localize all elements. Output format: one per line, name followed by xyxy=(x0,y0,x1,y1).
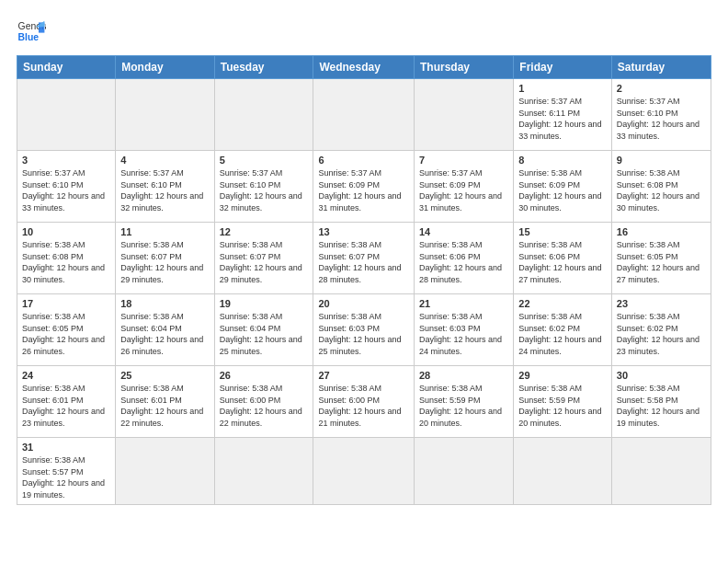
day-info: Sunrise: 5:38 AM Sunset: 6:03 PM Dayligh… xyxy=(419,311,508,357)
day-number: 13 xyxy=(318,226,409,237)
calendar-cell xyxy=(17,79,116,151)
day-number: 20 xyxy=(318,298,409,309)
calendar-cell: 31Sunrise: 5:38 AM Sunset: 5:57 PM Dayli… xyxy=(17,438,116,505)
header: General Blue xyxy=(17,17,711,46)
day-number: 8 xyxy=(518,155,607,166)
calendar-cell xyxy=(313,438,415,505)
calendar-cell: 6Sunrise: 5:37 AM Sunset: 6:09 PM Daylig… xyxy=(313,151,415,223)
calendar-cell: 18Sunrise: 5:38 AM Sunset: 6:04 PM Dayli… xyxy=(116,294,214,366)
svg-text:Blue: Blue xyxy=(18,32,40,42)
calendar-cell: 9Sunrise: 5:38 AM Sunset: 6:08 PM Daylig… xyxy=(611,151,711,223)
day-number: 15 xyxy=(518,226,607,237)
calendar-cell: 3Sunrise: 5:37 AM Sunset: 6:10 PM Daylig… xyxy=(17,151,116,223)
day-info: Sunrise: 5:38 AM Sunset: 6:01 PM Dayligh… xyxy=(22,383,110,429)
day-info: Sunrise: 5:37 AM Sunset: 6:11 PM Dayligh… xyxy=(518,96,607,142)
day-info: Sunrise: 5:38 AM Sunset: 6:04 PM Dayligh… xyxy=(120,311,209,357)
calendar-cell xyxy=(313,79,415,151)
day-number: 17 xyxy=(22,298,110,309)
day-info: Sunrise: 5:38 AM Sunset: 5:58 PM Dayligh… xyxy=(617,383,706,429)
weekday-header-friday: Friday xyxy=(514,56,612,79)
calendar-cell: 11Sunrise: 5:38 AM Sunset: 6:07 PM Dayli… xyxy=(116,223,214,294)
day-number: 11 xyxy=(120,226,209,237)
calendar-table: SundayMondayTuesdayWednesdayThursdayFrid… xyxy=(17,55,711,505)
day-info: Sunrise: 5:37 AM Sunset: 6:10 PM Dayligh… xyxy=(617,96,706,142)
calendar-cell: 21Sunrise: 5:38 AM Sunset: 6:03 PM Dayli… xyxy=(415,294,514,366)
calendar-cell xyxy=(116,438,214,505)
calendar-cell: 2Sunrise: 5:37 AM Sunset: 6:10 PM Daylig… xyxy=(611,79,711,151)
day-number: 10 xyxy=(22,226,110,237)
calendar-cell: 24Sunrise: 5:38 AM Sunset: 6:01 PM Dayli… xyxy=(17,366,116,438)
day-number: 3 xyxy=(22,155,110,166)
day-info: Sunrise: 5:37 AM Sunset: 6:09 PM Dayligh… xyxy=(318,167,409,213)
day-number: 23 xyxy=(617,298,706,309)
day-info: Sunrise: 5:38 AM Sunset: 6:00 PM Dayligh… xyxy=(318,383,409,429)
calendar-cell xyxy=(514,438,612,505)
day-info: Sunrise: 5:38 AM Sunset: 6:08 PM Dayligh… xyxy=(617,167,706,213)
weekday-header-thursday: Thursday xyxy=(415,56,514,79)
day-info: Sunrise: 5:38 AM Sunset: 5:59 PM Dayligh… xyxy=(518,383,607,429)
day-number: 2 xyxy=(617,83,706,94)
calendar-cell: 1Sunrise: 5:37 AM Sunset: 6:11 PM Daylig… xyxy=(514,79,612,151)
day-info: Sunrise: 5:38 AM Sunset: 6:02 PM Dayligh… xyxy=(617,311,706,357)
day-number: 4 xyxy=(120,155,209,166)
day-number: 18 xyxy=(120,298,209,309)
day-number: 5 xyxy=(220,155,309,166)
day-number: 24 xyxy=(22,370,110,381)
day-number: 16 xyxy=(617,226,706,237)
day-info: Sunrise: 5:38 AM Sunset: 6:03 PM Dayligh… xyxy=(318,311,409,357)
day-number: 9 xyxy=(617,155,706,166)
day-info: Sunrise: 5:38 AM Sunset: 6:02 PM Dayligh… xyxy=(518,311,607,357)
calendar-cell: 16Sunrise: 5:38 AM Sunset: 6:05 PM Dayli… xyxy=(611,223,711,294)
day-number: 27 xyxy=(318,370,409,381)
calendar-week-row: 24Sunrise: 5:38 AM Sunset: 6:01 PM Dayli… xyxy=(17,366,711,438)
day-number: 21 xyxy=(419,298,508,309)
calendar-cell: 20Sunrise: 5:38 AM Sunset: 6:03 PM Dayli… xyxy=(313,294,415,366)
calendar-week-row: 10Sunrise: 5:38 AM Sunset: 6:08 PM Dayli… xyxy=(17,223,711,294)
day-number: 19 xyxy=(220,298,309,309)
day-info: Sunrise: 5:38 AM Sunset: 6:08 PM Dayligh… xyxy=(22,239,110,285)
calendar-cell xyxy=(116,79,214,151)
day-number: 30 xyxy=(617,370,706,381)
calendar-cell: 4Sunrise: 5:37 AM Sunset: 6:10 PM Daylig… xyxy=(116,151,214,223)
page: General Blue SundayMondayTuesdayWednesda… xyxy=(0,0,728,563)
day-number: 25 xyxy=(120,370,209,381)
calendar-cell: 28Sunrise: 5:38 AM Sunset: 5:59 PM Dayli… xyxy=(415,366,514,438)
calendar-week-row: 1Sunrise: 5:37 AM Sunset: 6:11 PM Daylig… xyxy=(17,79,711,151)
day-info: Sunrise: 5:37 AM Sunset: 6:09 PM Dayligh… xyxy=(419,167,508,213)
day-info: Sunrise: 5:38 AM Sunset: 6:07 PM Dayligh… xyxy=(120,239,209,285)
calendar-cell: 22Sunrise: 5:38 AM Sunset: 6:02 PM Dayli… xyxy=(514,294,612,366)
calendar-week-row: 17Sunrise: 5:38 AM Sunset: 6:05 PM Dayli… xyxy=(17,294,711,366)
day-number: 28 xyxy=(419,370,508,381)
calendar-cell: 10Sunrise: 5:38 AM Sunset: 6:08 PM Dayli… xyxy=(17,223,116,294)
weekday-header-row: SundayMondayTuesdayWednesdayThursdayFrid… xyxy=(17,56,711,79)
calendar-cell: 7Sunrise: 5:37 AM Sunset: 6:09 PM Daylig… xyxy=(415,151,514,223)
calendar-week-row: 3Sunrise: 5:37 AM Sunset: 6:10 PM Daylig… xyxy=(17,151,711,223)
day-info: Sunrise: 5:37 AM Sunset: 6:10 PM Dayligh… xyxy=(22,167,110,213)
day-info: Sunrise: 5:38 AM Sunset: 5:57 PM Dayligh… xyxy=(22,454,110,500)
day-number: 29 xyxy=(518,370,607,381)
weekday-header-monday: Monday xyxy=(116,56,214,79)
day-number: 7 xyxy=(419,155,508,166)
calendar-cell: 12Sunrise: 5:38 AM Sunset: 6:07 PM Dayli… xyxy=(214,223,313,294)
calendar-cell: 23Sunrise: 5:38 AM Sunset: 6:02 PM Dayli… xyxy=(611,294,711,366)
calendar-cell xyxy=(214,79,313,151)
day-number: 31 xyxy=(22,442,110,453)
calendar-cell: 8Sunrise: 5:38 AM Sunset: 6:09 PM Daylig… xyxy=(514,151,612,223)
calendar-cell: 27Sunrise: 5:38 AM Sunset: 6:00 PM Dayli… xyxy=(313,366,415,438)
logo: General Blue xyxy=(17,17,46,46)
calendar-cell xyxy=(611,438,711,505)
calendar-cell: 25Sunrise: 5:38 AM Sunset: 6:01 PM Dayli… xyxy=(116,366,214,438)
generalblue-logo-icon: General Blue xyxy=(17,17,46,46)
day-info: Sunrise: 5:38 AM Sunset: 6:05 PM Dayligh… xyxy=(617,239,706,285)
day-info: Sunrise: 5:37 AM Sunset: 6:10 PM Dayligh… xyxy=(120,167,209,213)
day-info: Sunrise: 5:38 AM Sunset: 6:09 PM Dayligh… xyxy=(518,167,607,213)
day-number: 6 xyxy=(318,155,409,166)
day-info: Sunrise: 5:38 AM Sunset: 6:04 PM Dayligh… xyxy=(220,311,309,357)
calendar-cell xyxy=(415,438,514,505)
day-info: Sunrise: 5:38 AM Sunset: 6:07 PM Dayligh… xyxy=(220,239,309,285)
calendar-cell xyxy=(214,438,313,505)
day-info: Sunrise: 5:38 AM Sunset: 6:01 PM Dayligh… xyxy=(120,383,209,429)
calendar-week-row: 31Sunrise: 5:38 AM Sunset: 5:57 PM Dayli… xyxy=(17,438,711,505)
day-info: Sunrise: 5:38 AM Sunset: 6:06 PM Dayligh… xyxy=(419,239,508,285)
day-info: Sunrise: 5:38 AM Sunset: 6:06 PM Dayligh… xyxy=(518,239,607,285)
